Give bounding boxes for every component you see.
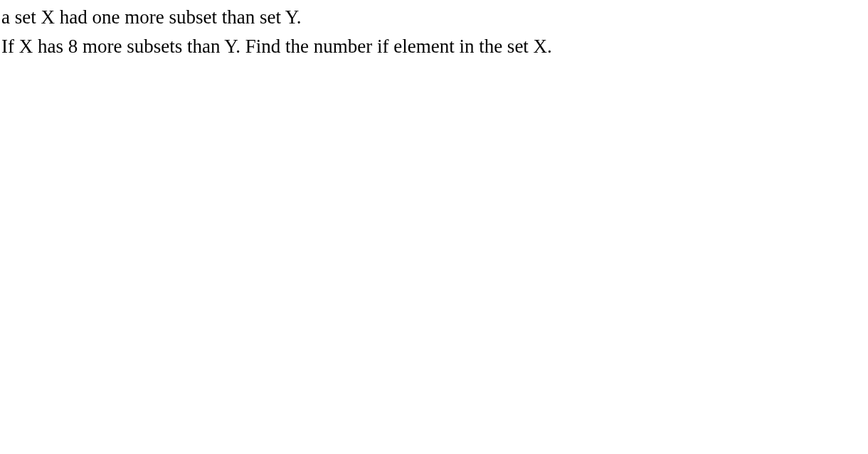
problem-line-1: a set X had one more subset than set Y. bbox=[1, 3, 868, 32]
problem-line-2: If X has 8 more subsets than Y. Find the… bbox=[1, 32, 868, 61]
